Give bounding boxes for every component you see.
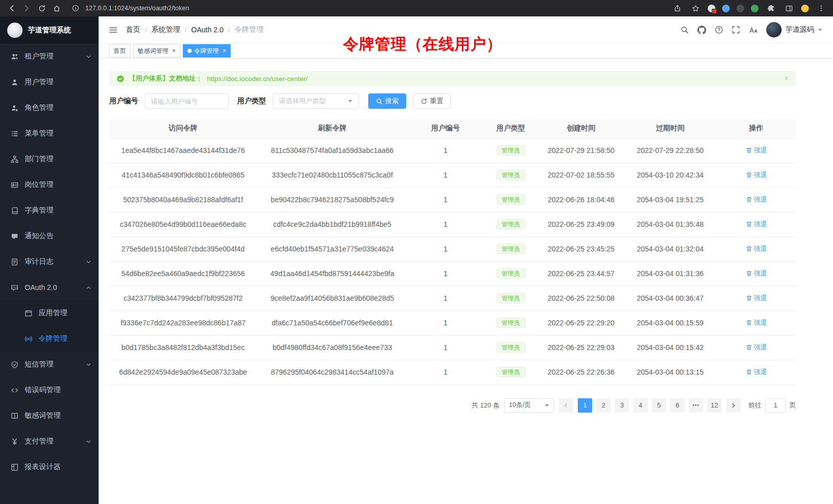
extension-icon[interactable]	[736, 5, 744, 12]
sidebar-item-租户管理[interactable]: 租户管理	[0, 44, 99, 69]
extension-icon[interactable]	[722, 5, 730, 12]
side-panel-icon[interactable]	[783, 3, 794, 14]
page-button-6[interactable]: 6	[670, 398, 685, 413]
force-logout-button[interactable]: 强退	[746, 220, 767, 229]
tab-令牌管理[interactable]: 令牌管理×	[183, 44, 231, 57]
help-icon[interactable]	[715, 26, 723, 34]
force-logout-button[interactable]: 强退	[746, 146, 767, 155]
force-logout-button[interactable]: 强退	[746, 294, 767, 303]
tab-close-icon[interactable]: ×	[172, 47, 176, 54]
extensions-puzzle-icon[interactable]	[765, 3, 777, 14]
alert-doc-link[interactable]: https://doc.iocoder.cn/user-center/	[207, 75, 308, 83]
page-button-1[interactable]: 1	[578, 398, 592, 413]
goto-page-input[interactable]	[765, 398, 786, 413]
site-info-icon[interactable]	[70, 3, 81, 14]
chevron-down-icon	[86, 259, 91, 265]
force-logout-button[interactable]: 强退	[746, 318, 767, 327]
fullscreen-icon[interactable]	[732, 26, 740, 34]
more-menu-icon[interactable]	[816, 3, 827, 14]
force-logout-button[interactable]: 强退	[746, 244, 767, 254]
audit-log-icon	[10, 258, 19, 266]
created-time-cell: 2022-06-25 23:49:09	[538, 212, 624, 237]
github-icon[interactable]	[697, 26, 706, 34]
user-menu[interactable]: 芋道源码	[766, 22, 823, 37]
tab-close-icon[interactable]: ×	[222, 47, 226, 54]
created-time-cell: 2022-06-25 22:50:08	[538, 286, 624, 311]
page-button-12[interactable]: 12	[707, 398, 722, 413]
breadcrumb: 首页/系统管理/OAuth 2.0/令牌管理	[126, 25, 263, 34]
tab-敏感词管理[interactable]: 敏感词管理×	[133, 44, 180, 57]
access-token-cell: f9336e7c7dd242a283ee98dc86b17a87	[109, 311, 257, 335]
share-icon[interactable]	[672, 3, 683, 14]
page-button-2[interactable]: 2	[596, 398, 611, 413]
sidebar-item-用户管理[interactable]: 用户管理	[0, 69, 99, 95]
user-type-cell: 管理员	[483, 212, 538, 237]
breadcrumb-item[interactable]: 首页	[126, 25, 140, 34]
reload-icon[interactable]	[36, 3, 47, 14]
extension-icon[interactable]	[751, 5, 759, 12]
user-type-cell: 管理员	[483, 286, 538, 311]
breadcrumb-item[interactable]: OAuth 2.0	[191, 26, 223, 34]
bookmark-star-icon[interactable]	[690, 3, 701, 14]
sidebar-item-报表设计器[interactable]: 报表设计器	[0, 454, 99, 480]
sidebar-item-审计日志[interactable]: 审计日志	[0, 249, 99, 275]
sidebar-item-菜单管理[interactable]: 菜单管理	[0, 121, 99, 146]
table-body: 1ea5e44f8bc1467aaede43144f31de76811c5304…	[109, 138, 796, 384]
sidebar-item-OAuth 2.0[interactable]: OAuth 2.0	[0, 275, 99, 300]
page-size-select[interactable]: 10条/页	[504, 398, 554, 413]
action-cell: 强退	[716, 212, 796, 237]
url-bar[interactable]: 127.0.0.1:1024/system/oauth2/token	[70, 3, 189, 14]
sidebar-item-支付管理[interactable]: 支付管理	[0, 429, 99, 454]
force-logout-button[interactable]: 强退	[746, 343, 767, 352]
user-type-select[interactable]: 请选择用户类型	[273, 93, 359, 109]
table-row: 502375b8040a469a9b82188afdf6af1fbe90422b…	[109, 187, 796, 212]
force-logout-button[interactable]: 强退	[746, 269, 767, 278]
home-icon[interactable]	[51, 3, 62, 14]
sidebar-item-通知公告[interactable]: 通知公告	[0, 223, 99, 249]
active-tab-dot	[187, 49, 192, 53]
sidebar-item-敏感词管理[interactable]: 敏感词管理	[0, 403, 99, 429]
page-ellipsis[interactable]: •••	[689, 398, 703, 413]
sidebar-item-部门管理[interactable]: 部门管理	[0, 146, 99, 172]
created-time-cell: 2022-06-25 22:29:03	[538, 335, 624, 360]
prev-page-button[interactable]	[559, 398, 573, 413]
forward-icon[interactable]	[21, 3, 32, 14]
app-logo[interactable]: 芋道管理系统	[0, 16, 99, 44]
page-buttons: 123456•••12	[578, 398, 722, 413]
extension-icon[interactable]	[708, 5, 715, 12]
action-cell: 强退	[716, 360, 796, 384]
force-logout-button[interactable]: 强退	[746, 195, 767, 204]
sidebar-item-令牌管理[interactable]: 令牌管理	[0, 326, 99, 352]
search-icon[interactable]	[680, 26, 689, 34]
tab-首页[interactable]: 首页	[109, 44, 130, 57]
header-actions: 芋道源码	[680, 22, 823, 37]
sidebar-item-岗位管理[interactable]: 岗位管理	[0, 172, 99, 198]
pay-icon	[10, 438, 19, 445]
user-type-tag: 管理员	[497, 145, 525, 156]
font-size-icon[interactable]	[749, 26, 758, 34]
breadcrumb-item[interactable]: 系统管理	[152, 25, 180, 34]
page-button-4[interactable]: 4	[633, 398, 648, 413]
force-logout-button[interactable]: 强退	[746, 367, 767, 377]
reset-button[interactable]: 重置	[413, 93, 451, 109]
sidebar-item-短信管理[interactable]: 短信管理	[0, 352, 99, 377]
notice-icon	[10, 232, 19, 240]
sidebar-item-错误码管理[interactable]: 错误码管理	[0, 377, 99, 403]
sidebar-item-字典管理[interactable]: 字典管理	[0, 198, 99, 223]
created-time-cell: 2022-06-26 18:04:46	[538, 187, 624, 212]
page-button-5[interactable]: 5	[652, 398, 666, 413]
sidebar-item-角色管理[interactable]: 角色管理	[0, 95, 99, 121]
sidebar-item-应用管理[interactable]: 应用管理	[0, 300, 99, 326]
user-id-input[interactable]	[145, 93, 229, 109]
page-button-3[interactable]: 3	[615, 398, 629, 413]
search-button[interactable]: 搜索	[368, 93, 406, 109]
next-page-button[interactable]	[726, 398, 741, 413]
force-logout-button[interactable]: 强退	[746, 170, 767, 180]
menu-fold-icon[interactable]	[109, 26, 118, 34]
profile-avatar-icon[interactable]	[801, 5, 809, 12]
refresh-token-cell: cdfc4ce9c2da4bb1bdf21b9918ff4be5	[257, 212, 408, 237]
alert-close-icon[interactable]: ×	[784, 74, 789, 83]
force-logout-label: 强退	[754, 244, 767, 254]
back-icon[interactable]	[6, 3, 17, 14]
expire-time-cell: 2054-03-04 01:31:36	[624, 261, 716, 286]
